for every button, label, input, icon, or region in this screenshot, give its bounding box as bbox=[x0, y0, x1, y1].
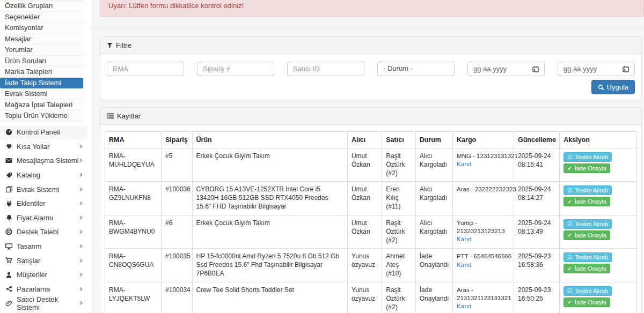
records-panel-title: Kayıtlar bbox=[117, 112, 141, 120]
chevron-right-icon: › bbox=[79, 228, 83, 236]
tracking-number: 21323213123213 bbox=[457, 227, 510, 235]
chevron-right-icon: › bbox=[79, 143, 83, 151]
status-cell: Alıcı Kargoladı bbox=[415, 148, 452, 182]
table-row: RMA-GZ9LNUKFN8#100036CYBORG 15 A13VE-125… bbox=[105, 182, 637, 215]
check-icon: ✔ bbox=[567, 299, 572, 305]
sidebar-item-komisyonlar[interactable]: Komisyonlar bbox=[0, 23, 83, 34]
check-square-icon: ☑ bbox=[567, 288, 572, 294]
seller-cell: Raşit Öztürk (#2) bbox=[382, 215, 415, 248]
filter-funnel-icon bbox=[107, 42, 113, 48]
menu-item-musteriler[interactable]: Müşteriler › bbox=[0, 267, 87, 282]
sidebar-item-yorumlar[interactable]: Yorumlar bbox=[0, 44, 83, 56]
approve-return-button[interactable]: ✔İade Onayla bbox=[564, 197, 610, 206]
menu-item-kisa-yollar[interactable]: Kısa Yollar › bbox=[0, 139, 87, 154]
column-header-alıcı: Alıcı bbox=[347, 132, 382, 148]
check-square-icon: ☑ bbox=[567, 154, 572, 160]
sidebar-top-list: Özellik Grupları Seçenekler Komisyonlar … bbox=[0, 0, 83, 122]
tracking-number: Aras - 232222232323 bbox=[457, 185, 510, 193]
column-header-satıcı: Satıcı bbox=[382, 132, 415, 148]
sidebar-item-iade-takip-sistemi[interactable]: İade Takip Sistemi bbox=[0, 78, 83, 89]
sidebar-item-evrak-sistemi[interactable]: Evrak Sistemi bbox=[0, 88, 83, 100]
menu-item-katalog[interactable]: Katalog › bbox=[0, 168, 87, 182]
dashboard-icon bbox=[4, 129, 13, 136]
tracking-number: Aras - bbox=[457, 286, 510, 294]
menu-item-tasarim[interactable]: Tasarım › bbox=[0, 239, 87, 254]
received-button[interactable]: ☑Teslim Alındı bbox=[564, 185, 612, 195]
column-header-kargo: Kargo bbox=[453, 132, 514, 148]
user-icon bbox=[4, 272, 13, 278]
chevron-right-icon: › bbox=[79, 214, 83, 222]
seller-id-input[interactable] bbox=[287, 62, 364, 76]
menu-item-satislar[interactable]: Satışlar › bbox=[0, 254, 87, 268]
filter-panel: Filtre - Durum - gg.aa.yyyy bbox=[100, 36, 642, 100]
calendar-icon[interactable] bbox=[532, 66, 539, 72]
menu-item-kontrol-paneli[interactable]: Kontrol Paneli bbox=[0, 125, 87, 140]
apply-filter-button[interactable]: Uygula bbox=[591, 80, 635, 94]
action-cell: ☑Teslim Alındı✔İade Onayla bbox=[560, 282, 637, 313]
order-cell: #100036 bbox=[162, 182, 192, 215]
proof-link[interactable]: Kanıt bbox=[457, 160, 471, 168]
order-number-input[interactable] bbox=[197, 62, 274, 76]
updated-cell: 2025-09-24 08:13:49 bbox=[514, 215, 560, 248]
status-cell: İade Onaylandı bbox=[415, 282, 452, 313]
action-cell: ☑Teslim Alındı✔İade Onayla bbox=[560, 182, 637, 215]
approve-return-button[interactable]: ✔İade Onayla bbox=[564, 297, 610, 307]
date-to-input[interactable]: gg.aa.yyyy bbox=[558, 62, 635, 76]
menu-item-destek-talebi[interactable]: Destek Talebi › bbox=[0, 225, 87, 240]
proof-link[interactable]: Kanıt bbox=[457, 302, 471, 310]
cargo-cell: Yurtiçi -21323213123213Kanıt bbox=[453, 215, 514, 248]
date-from-input[interactable]: gg.aa.yyyy bbox=[467, 62, 545, 76]
check-square-icon: ☑ bbox=[567, 221, 572, 227]
updated-cell: 2025-09-23 16:58:36 bbox=[514, 249, 560, 282]
list-icon bbox=[107, 113, 114, 119]
tags-icon bbox=[4, 172, 13, 178]
approve-return-button[interactable]: ✔İade Onayla bbox=[564, 264, 610, 273]
cargo-cell: PTT - 65464546566Kanıt bbox=[453, 249, 514, 282]
menu-item-evrak-sistemi[interactable]: Evrak Sistemi › bbox=[0, 182, 87, 197]
received-button[interactable]: ☑Teslim Alındı bbox=[564, 219, 612, 229]
sidebar-item-ozellik-gruplari[interactable]: Özellik Grupları bbox=[0, 1, 83, 12]
sidebar-item-marka-talepleri[interactable]: Marka Talepleri bbox=[0, 66, 83, 78]
proof-link[interactable]: Kanıt bbox=[457, 235, 471, 243]
sidebar-item-secenekler[interactable]: Seçenekler bbox=[0, 12, 83, 23]
received-button[interactable]: ☑Teslim Alındı bbox=[564, 252, 612, 262]
calendar-icon[interactable] bbox=[623, 66, 629, 72]
sidebar-item-urun-sorulari[interactable]: Ürün Soruları bbox=[0, 56, 83, 67]
approve-return-button[interactable]: ✔İade Onayla bbox=[564, 230, 610, 240]
received-button[interactable]: ☑Teslim Alındı bbox=[564, 286, 612, 296]
received-button[interactable]: ☑Teslim Alındı bbox=[564, 152, 612, 162]
sidebar-item-mesajlar[interactable]: Mesajlar bbox=[0, 34, 83, 45]
check-square-icon: ☑ bbox=[567, 188, 572, 193]
sidebar-item-toplu-urun-yukleme[interactable]: Toplu Ürün Yükleme bbox=[0, 110, 83, 122]
check-icon: ✔ bbox=[567, 232, 572, 238]
order-cell: #100034 bbox=[162, 282, 192, 313]
status-select[interactable]: - Durum - bbox=[377, 62, 455, 76]
product-cell: CYBORG 15 A13VE-1252XTR Intel Core i5 13… bbox=[192, 182, 347, 215]
action-cell: ☑Teslim Alındı✔İade Onayla bbox=[560, 249, 637, 282]
proof-link[interactable]: Kanıt bbox=[457, 261, 471, 269]
table-row: RMA-LYJQEKT5LW#100034Crew Tee Solid Shor… bbox=[105, 282, 637, 313]
menu-item-eklentiler[interactable]: Eklentiler › bbox=[0, 196, 87, 211]
rma-input[interactable] bbox=[107, 62, 184, 76]
chevron-right-icon: › bbox=[79, 156, 83, 165]
bell-icon bbox=[4, 214, 13, 221]
updated-cell: 2025-09-24 08:15:41 bbox=[514, 148, 560, 182]
tracking-number: PTT - 65464546566 bbox=[457, 252, 510, 260]
sidebar-item-magaza-iptal-talepleri[interactable]: Mağaza İptal Talepleri bbox=[0, 100, 83, 111]
records-table-header-row: RMASiparişÜrünAlıcıSatıcıDurumKargoGünce… bbox=[105, 132, 637, 148]
plug-icon bbox=[4, 200, 13, 207]
rma-cell: RMA-LYJQEKT5LW bbox=[105, 282, 162, 313]
sidebar: Özellik Grupları Seçenekler Komisyonlar … bbox=[0, 0, 91, 313]
status-cell: Alıcı Kargoladı bbox=[415, 182, 452, 215]
heart-icon bbox=[4, 143, 13, 150]
menu-item-satici-destek-sistemi[interactable]: Satıcı Destek Sistemi › bbox=[0, 296, 87, 311]
menu-item-fiyat-alarmi[interactable]: Fiyat Alarmı › bbox=[0, 211, 87, 225]
buyer-cell: Umut Özkan bbox=[347, 215, 382, 248]
product-cell: HP 15-fc0000nt Amd Ryzen 5 7520u 8 Gb 51… bbox=[192, 249, 347, 282]
menu-item-mesajlasma-sistemi[interactable]: Mesajlaşma Sistemi › bbox=[0, 154, 87, 168]
buyer-cell: Yunus özyavuz bbox=[347, 282, 382, 313]
approve-return-button[interactable]: ✔İade Onayla bbox=[564, 163, 610, 173]
product-cell: Erkek Çocuk Giyim Takım bbox=[192, 148, 347, 182]
menu-item-pazarlama[interactable]: Pazarlama › bbox=[0, 282, 87, 296]
order-cell: #6 bbox=[162, 215, 192, 248]
